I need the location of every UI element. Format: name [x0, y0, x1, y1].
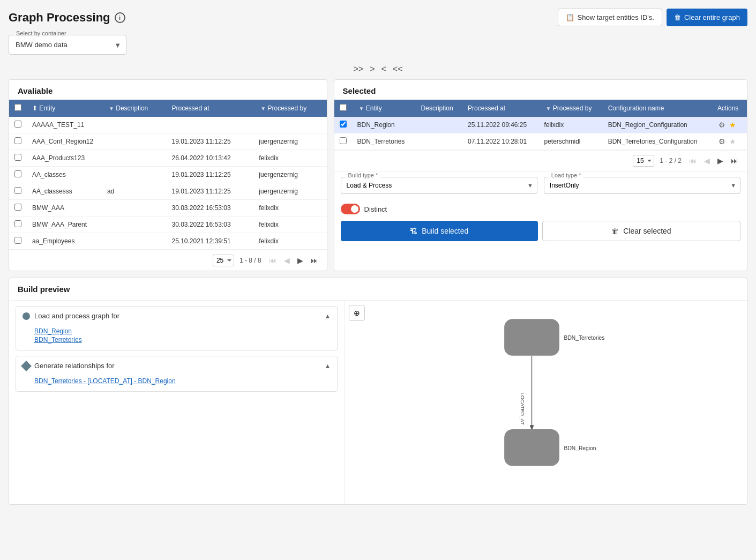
distinct-toggle[interactable]	[341, 204, 360, 214]
available-title: Avaliable	[9, 80, 327, 100]
available-description-cell: ad	[102, 183, 166, 200]
available-page-size[interactable]: 25	[213, 255, 234, 266]
selected-description-header[interactable]: Description	[416, 100, 463, 117]
selected-row-checkbox[interactable]	[340, 137, 347, 144]
available-row-checkbox[interactable]	[14, 187, 21, 194]
selected-first-page-button[interactable]: ⏮	[687, 155, 699, 166]
star-icon[interactable]: ★	[729, 121, 736, 129]
settings-icon[interactable]: ⚙	[718, 121, 725, 129]
load-accordion-header[interactable]: Load and process graph for ▲	[16, 307, 337, 325]
available-row-checkbox[interactable]	[14, 204, 21, 211]
build-type-group: Build type * Load & Process ▼	[341, 177, 537, 194]
available-processed-by-cell: felixdix	[253, 216, 326, 233]
available-panel: Avaliable ⬆ Entity ▼ Description Process…	[9, 79, 327, 271]
territories-node[interactable]	[505, 319, 560, 356]
build-type-label: Build type *	[346, 172, 380, 178]
crosshair-button[interactable]: ⊕	[349, 305, 365, 321]
selected-entity-cell: BDN_Region	[352, 117, 416, 133]
available-table-row: BMW_AAA 30.03.2022 16:53:03 felixdix	[9, 200, 327, 216]
load-item-link[interactable]: BDN_Region	[34, 327, 331, 335]
selected-actions-header: Actions	[712, 100, 747, 117]
available-row-checkbox[interactable]	[14, 121, 21, 128]
available-entity-cell: AAA_Conf_Region12	[27, 133, 102, 150]
selected-description-cell	[416, 117, 463, 133]
available-row-checkbox[interactable]	[14, 237, 21, 244]
star-icon[interactable]: ★	[729, 137, 736, 146]
selected-next-page-button[interactable]: ▶	[715, 155, 725, 166]
available-entity-cell: AA_classes	[27, 167, 102, 183]
available-processed-by-header[interactable]: ▼ Processed by	[253, 100, 326, 117]
build-selected-button[interactable]: 🏗 Build selected	[341, 221, 538, 241]
region-node[interactable]	[505, 429, 560, 466]
available-table-row: aa_Employees 25.10.2021 12:39:51 felixdi…	[9, 233, 327, 250]
available-description-header[interactable]: ▼ Description	[102, 100, 166, 117]
load-type-select[interactable]: InsertOnly	[544, 177, 740, 194]
selected-table-row: BDN_Region 25.11.2022 09:46:25 felixdix …	[334, 117, 747, 133]
load-accordion-chevron-icon: ▲	[325, 312, 331, 320]
move-left-button[interactable]: <	[379, 63, 388, 75]
selected-description-cell	[416, 133, 463, 150]
build-preview-title: Build preview	[9, 278, 747, 301]
container-select-container: Select by container BMW demo data ▼	[9, 35, 126, 55]
available-entity-cell: AA_classesss	[27, 183, 102, 200]
settings-icon[interactable]: ⚙	[718, 137, 725, 146]
selected-select-all-checkbox[interactable]	[340, 104, 347, 111]
document-icon: 📋	[566, 13, 574, 21]
available-row-checkbox[interactable]	[14, 137, 21, 144]
selected-last-page-button[interactable]: ⏭	[729, 155, 740, 166]
available-entity-cell: AAAAA_TEST_11	[27, 117, 102, 133]
available-description-cell	[102, 216, 166, 233]
selected-page-size[interactable]: 15	[633, 155, 654, 167]
available-prev-page-button[interactable]: ◀	[282, 255, 292, 266]
load-type-group: Load type * InsertOnly ▼	[544, 177, 740, 194]
selected-processed-at-header[interactable]: Processed at	[462, 100, 538, 117]
clear-entire-button[interactable]: 🗑 Clear entire graph	[667, 9, 747, 26]
selected-processed-by-cell: felixdix	[538, 117, 602, 133]
available-description-cell	[102, 200, 166, 216]
selected-prev-page-button[interactable]: ◀	[702, 155, 712, 166]
available-processed-at-cell: 30.03.2022 16:53:03	[166, 200, 253, 216]
show-ids-button[interactable]: 📋 Show target entities ID's.	[558, 9, 662, 26]
available-next-page-button[interactable]: ▶	[295, 255, 305, 266]
region-label: BDN_Region	[564, 445, 596, 451]
load-accordion: Load and process graph for ▲ BDN_RegionB…	[16, 306, 338, 350]
selected-processed-by-header[interactable]: ▼ Processed by	[538, 100, 602, 117]
selected-actions-cell: ⚙ ★	[712, 117, 747, 133]
selected-page-info: 1 - 2 / 2	[660, 157, 682, 165]
generate-item-link[interactable]: BDN_Terretories - [LOCATED_AT] - BDN_Reg…	[34, 377, 331, 385]
action-buttons-row: 🏗 Build selected 🗑 Clear selected	[334, 216, 747, 245]
build-icon: 🏗	[410, 227, 417, 235]
load-accordion-title: Load and process graph for	[34, 312, 119, 320]
clear-selected-button[interactable]: 🗑 Clear selected	[542, 221, 740, 241]
available-description-cell	[102, 150, 166, 167]
selected-row-checkbox[interactable]	[340, 121, 347, 128]
generate-accordion-chevron-icon: ▲	[325, 362, 331, 370]
selected-processed-at-cell: 07.11.2022 10:28:01	[462, 133, 538, 150]
generate-accordion: Generate relationships for ▲ BDN_Terreto…	[16, 356, 338, 392]
available-processed-by-cell: juergenzernig	[253, 133, 326, 150]
available-processed-at-header[interactable]: Processed at	[166, 100, 253, 117]
available-row-checkbox[interactable]	[14, 220, 21, 227]
move-all-left-button[interactable]: <<	[391, 63, 405, 75]
available-description-cell	[102, 167, 166, 183]
available-entity-header[interactable]: ⬆ Entity	[27, 100, 102, 117]
container-select[interactable]: BMW demo data	[9, 35, 126, 55]
move-all-right-button[interactable]: >>	[351, 63, 365, 75]
selected-processed-at-cell: 25.11.2022 09:46:25	[462, 117, 538, 133]
selected-entity-header[interactable]: ▼ Entity	[352, 100, 416, 117]
available-select-all-checkbox[interactable]	[14, 104, 21, 111]
available-processed-by-cell: felixdix	[253, 150, 326, 167]
available-row-checkbox[interactable]	[14, 170, 21, 177]
available-processed-by-cell: juergenzernig	[253, 167, 326, 183]
info-icon[interactable]: i	[115, 12, 125, 23]
build-type-select[interactable]: Load & Process	[341, 177, 537, 194]
load-item-link[interactable]: BDN_Terretories	[34, 336, 331, 344]
available-last-page-button[interactable]: ⏭	[309, 255, 320, 266]
move-right-button[interactable]: >	[368, 63, 377, 75]
selected-actions-cell: ⚙ ★	[712, 133, 747, 150]
generate-accordion-header[interactable]: Generate relationships for ▲	[16, 356, 337, 375]
available-row-checkbox[interactable]	[14, 154, 21, 161]
available-first-page-button[interactable]: ⏮	[267, 255, 279, 266]
available-entity-cell: BMW_AAA_Parent	[27, 216, 102, 233]
toggle-slider	[341, 204, 360, 214]
